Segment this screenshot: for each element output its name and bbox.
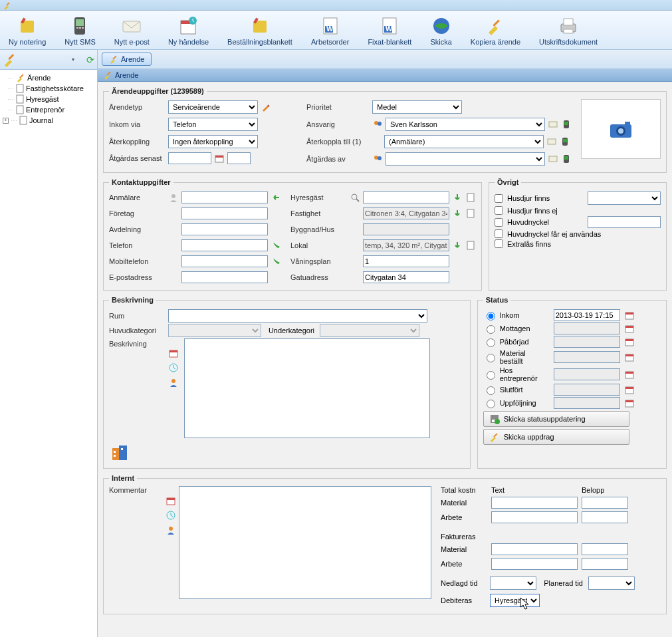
refresh-icon[interactable]: ⟳	[86, 55, 94, 65]
phone-action-icon[interactable]	[271, 240, 281, 251]
envelope-icon[interactable]	[548, 119, 558, 130]
tree-item-hyresgast[interactable]: ⋯ Hyresgäst	[1, 94, 96, 104]
detail-icon[interactable]	[465, 208, 476, 219]
fakt-arb-text-input[interactable]	[491, 558, 578, 570]
person-icon[interactable]	[166, 525, 176, 535]
new-email-button[interactable]: Nytt e-post	[111, 13, 153, 48]
gatu-input[interactable]	[363, 271, 449, 283]
arrow-down-icon[interactable]	[452, 240, 463, 251]
hyresgast-input[interactable]	[363, 191, 449, 203]
order-form-button[interactable]: Beställningsblankett	[224, 13, 296, 48]
arrow-left-icon[interactable]	[271, 192, 281, 203]
send-uppdrag-button[interactable]: Skicka uppdrag	[483, 429, 629, 445]
husdjur-ej-checkbox[interactable]	[495, 206, 503, 215]
tree-item-entreprenor[interactable]: ⋯ Entreprenör	[1, 104, 96, 115]
ater-till-select[interactable]: (Anmälare)	[384, 135, 544, 148]
aterkoppling-select[interactable]: Ingen återkoppling	[168, 135, 258, 148]
envelope-icon[interactable]	[548, 154, 558, 164]
datepicker-icon[interactable]	[624, 336, 635, 347]
dropdown-arrow-icon[interactable]: ▾	[72, 57, 74, 63]
ansvarig-select[interactable]: Sven Karlsson	[386, 118, 545, 131]
status-uppfolj-radio[interactable]	[487, 400, 495, 408]
tree-item-arende[interactable]: ⋯ Ärende	[1, 72, 96, 83]
copy-case-button[interactable]: Kopiera ärende	[467, 13, 524, 48]
tree-item-fastighetsskotare[interactable]: ⋯ Fastighetsskötare	[1, 83, 96, 94]
tab-arende[interactable]: Ärende	[102, 53, 152, 66]
phone-action-icon[interactable]	[271, 256, 281, 267]
kommentar-textarea[interactable]	[179, 486, 431, 599]
datepicker-icon[interactable]	[624, 398, 635, 408]
print-doc-button[interactable]: Utskriftsdokument	[536, 13, 601, 48]
status-mottagen-radio[interactable]	[487, 325, 495, 334]
datepicker-icon[interactable]	[214, 153, 225, 164]
mobil-input[interactable]	[181, 255, 268, 267]
huvudnyckel-input[interactable]	[588, 216, 661, 228]
arb-text-input[interactable]	[491, 511, 578, 523]
underkat-select[interactable]	[320, 324, 419, 337]
status-paborjad-radio[interactable]	[487, 338, 495, 347]
datepicker-icon[interactable]	[624, 369, 635, 380]
send-button[interactable]: Skicka	[427, 13, 455, 48]
arrow-down-icon[interactable]	[452, 208, 463, 219]
arendetyp-select[interactable]: Serviceärende	[168, 100, 258, 114]
fakt-arb-belopp-input[interactable]	[582, 558, 628, 570]
atg-senast-time[interactable]	[227, 152, 251, 164]
detail-icon[interactable]	[465, 192, 476, 203]
new-sms-button[interactable]: Nytt SMS	[61, 13, 98, 48]
epost-input[interactable]	[181, 271, 268, 283]
inkom-select[interactable]: Telefon	[168, 118, 258, 131]
edit-icon[interactable]	[261, 102, 271, 112]
calendar-icon[interactable]	[166, 495, 176, 506]
nedlagd-select[interactable]	[490, 576, 536, 590]
huvudnyckel-ej-checkbox[interactable]	[495, 229, 503, 238]
atg-av-select[interactable]	[386, 152, 545, 166]
expand-icon[interactable]: +	[3, 118, 9, 124]
arrow-down-icon[interactable]	[452, 192, 463, 203]
phone-icon[interactable]	[560, 136, 570, 147]
tree-item-journal[interactable]: + ⋯ Journal	[1, 115, 96, 126]
husdjur-checkbox[interactable]	[495, 194, 503, 203]
envelope-icon[interactable]	[546, 136, 557, 147]
work-order-button[interactable]: W Arbetsorder	[308, 13, 352, 48]
huvudnyckel-checkbox[interactable]	[495, 218, 503, 227]
fakt-mat-belopp-input[interactable]	[582, 543, 628, 555]
debiteras-select[interactable]: Hyresgäst	[490, 594, 540, 607]
detail-icon[interactable]	[465, 240, 476, 251]
status-inkom-input[interactable]	[554, 309, 620, 321]
person-icon[interactable]	[168, 377, 179, 388]
atg-senast-date[interactable]	[168, 152, 211, 164]
huvudkat-select[interactable]	[168, 324, 261, 337]
status-entrepr-radio[interactable]	[487, 371, 495, 380]
building-icon[interactable]	[109, 441, 130, 462]
planerad-select[interactable]	[588, 576, 635, 590]
clock-icon[interactable]	[168, 362, 179, 373]
status-material-radio[interactable]	[487, 354, 495, 362]
mat-text-input[interactable]	[491, 497, 578, 509]
datepicker-icon[interactable]	[624, 384, 635, 395]
prio-select[interactable]: Medel	[372, 100, 462, 114]
avdelning-input[interactable]	[181, 223, 268, 235]
mat-belopp-input[interactable]	[582, 497, 628, 509]
calendar-icon[interactable]	[168, 348, 179, 358]
send-statusupdate-button[interactable]: Skicka statusuppdatering	[483, 411, 629, 427]
people-icon[interactable]	[372, 154, 383, 164]
telefon-input[interactable]	[181, 239, 268, 251]
phone-icon[interactable]	[561, 119, 572, 130]
foretag-input[interactable]	[181, 207, 268, 219]
photo-placeholder[interactable]	[581, 99, 661, 159]
status-inkom-radio[interactable]	[487, 312, 495, 320]
husdjur-select[interactable]	[588, 191, 661, 205]
search-icon[interactable]	[350, 192, 360, 203]
status-slutfort-radio[interactable]	[487, 386, 495, 395]
phone-icon[interactable]	[561, 154, 572, 164]
datepicker-icon[interactable]	[624, 352, 635, 362]
new-note-button[interactable]: Ny notering	[5, 13, 49, 48]
fixed-form-button[interactable]: W Fixat-blankett	[364, 13, 415, 48]
fakt-mat-text-input[interactable]	[491, 543, 578, 555]
arb-belopp-input[interactable]	[582, 511, 628, 523]
datepicker-icon[interactable]	[624, 323, 635, 334]
vaning-input[interactable]	[363, 255, 449, 267]
extralas-checkbox[interactable]	[495, 239, 503, 248]
clock-icon[interactable]	[166, 510, 176, 521]
datepicker-icon[interactable]	[624, 310, 635, 320]
